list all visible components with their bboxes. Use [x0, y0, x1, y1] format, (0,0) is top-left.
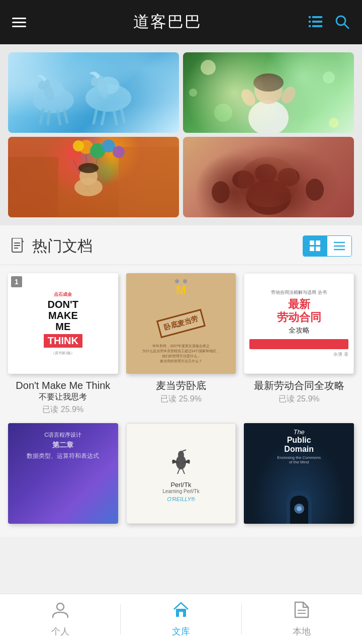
docs-header-left: 热门文档	[10, 236, 93, 257]
book-2-stamp: 卧底麦当劳	[156, 309, 206, 339]
svg-rect-78	[179, 612, 183, 617]
app-title: 道客巴巴	[133, 11, 202, 33]
nav-item-library[interactable]: 文库	[121, 594, 241, 644]
nav-item-personal[interactable]: 个人	[0, 594, 120, 644]
svg-rect-5	[312, 25, 322, 27]
book-title-2: 麦当劳卧底	[126, 379, 236, 392]
list-icon-button[interactable]	[309, 15, 323, 29]
svg-point-31	[323, 71, 335, 84]
book-1-dont: DON'TMAKEME	[12, 299, 114, 332]
book-5-publisher: O'REILLY®	[167, 496, 195, 502]
svg-point-51	[246, 180, 291, 215]
svg-line-71	[181, 450, 186, 452]
book-progress-1: 已读 25.9%	[8, 405, 118, 415]
book-badge: 1	[11, 276, 22, 287]
book-title-1: Don't Make Me Think	[8, 379, 118, 392]
docs-section: 热门文档 1	[0, 225, 362, 537]
book-cover-4: C语言程序设计 第二章 数据类型、运算符和表达式	[8, 423, 118, 524]
svg-line-11	[48, 111, 50, 124]
svg-line-12	[58, 111, 60, 124]
book-item-1[interactable]: 1 点石成金 DON'TMAKEME THINK （原书第2版） Don't M…	[8, 273, 118, 415]
svg-line-7	[344, 24, 348, 28]
book-item-2[interactable]: M 卧底麦当劳 学年所得，2007年度英文原版合奖之为什么这当劳学员管辖员工超过…	[126, 273, 236, 415]
svg-line-73	[183, 469, 185, 474]
banner-girl-balloons[interactable]	[8, 137, 179, 217]
book-1-toptext: 点石成金	[12, 291, 114, 298]
book-cover-5: Perl/Tk Learning Perl/Tk O'REILLY®	[126, 423, 236, 524]
menu-button[interactable]	[12, 18, 26, 27]
banner-girl-green[interactable]	[183, 52, 354, 133]
docs-section-title: 热门文档	[32, 236, 93, 257]
svg-rect-36	[8, 157, 58, 217]
svg-rect-65	[316, 247, 320, 251]
svg-line-13	[64, 109, 67, 122]
book-4-chapter: 第二章	[12, 441, 114, 450]
book-subtitle-1: 不要让我思考	[8, 392, 118, 403]
book-cover-1: 1 点石成金 DON'TMAKEME THINK （原书第2版）	[8, 273, 118, 374]
person-icon	[52, 601, 69, 622]
book-cover-2: M 卧底麦当劳 学年所得，2007年度英文原版合奖之为什么这当劳学员管辖员工超过…	[126, 273, 236, 374]
svg-rect-2	[309, 21, 311, 23]
book-3-sub: 全攻略	[249, 326, 348, 335]
svg-point-34	[189, 89, 197, 97]
book-2-subtext: 学年所得，2007年度英文原版合奖之为什么这当劳学员管辖员工超过14个国家和地区…	[126, 344, 236, 364]
svg-rect-24	[183, 52, 354, 133]
svg-line-72	[177, 469, 179, 474]
banner-horses[interactable]	[8, 52, 179, 133]
book-4-data: 数据类型、运算符和表达式	[12, 452, 114, 460]
view-toggle	[303, 235, 352, 257]
list-view-button[interactable]	[327, 236, 351, 256]
svg-point-75	[297, 506, 302, 511]
svg-point-29	[279, 84, 299, 106]
book-5-bird-wrap	[168, 445, 194, 477]
book-1-edition: （原书第2版）	[12, 351, 114, 356]
book-cover-3: 劳动合同法精解与适用 丛书 最新劳动合同 全攻略 余潘 著	[244, 273, 354, 374]
header-icons	[309, 15, 350, 30]
svg-point-55	[238, 157, 299, 207]
svg-point-70	[178, 451, 184, 459]
nav-label-library: 文库	[172, 625, 190, 637]
banner-cat-paws[interactable]	[183, 137, 354, 217]
book-title-3: 最新劳动合同全攻略	[244, 379, 354, 392]
svg-point-33	[329, 118, 339, 128]
book-6-public: Public	[244, 436, 354, 445]
book-3-author: 余潘 著	[249, 351, 348, 358]
svg-point-54	[278, 168, 300, 186]
svg-rect-4	[309, 25, 311, 27]
svg-line-18	[94, 109, 97, 123]
svg-rect-0	[309, 16, 311, 18]
svg-rect-1	[312, 16, 322, 18]
bottom-nav: 个人 文库 本地	[0, 594, 362, 644]
book-2-logo: M	[176, 283, 186, 297]
svg-point-43	[73, 140, 84, 151]
nav-label-personal: 个人	[51, 625, 69, 637]
nav-item-local[interactable]: 本地	[242, 594, 362, 644]
svg-rect-3	[312, 21, 322, 23]
books-grid: 1 点石成金 DON'TMAKEME THINK （原书第2版） Don't M…	[0, 265, 362, 537]
svg-point-28	[239, 87, 258, 108]
svg-point-42	[113, 146, 125, 158]
grid-view-button[interactable]	[303, 236, 327, 256]
book-5-title-text: Perl/Tk	[170, 481, 191, 489]
book-3-series: 劳动合同法精解与适用 丛书	[249, 289, 348, 296]
svg-point-76	[57, 603, 64, 610]
book-cover-6: The Public Domain Enclosing the Commonso…	[244, 423, 354, 524]
svg-rect-50	[183, 137, 354, 217]
docs-header: 热门文档	[0, 225, 362, 265]
book-item-3[interactable]: 劳动合同法精解与适用 丛书 最新劳动合同 全攻略 余潘 著 最新劳动合同全攻略 …	[244, 273, 354, 415]
home-icon	[172, 601, 190, 622]
svg-line-19	[102, 111, 105, 124]
search-icon-button[interactable]	[335, 15, 350, 30]
book-1-content: 点石成金 DON'TMAKEME THINK （原书第2版）	[12, 291, 114, 356]
book-6-title-area: The Public Domain Enclosing the Commonso…	[244, 428, 354, 464]
book-4-text: C语言程序设计	[12, 431, 114, 439]
svg-point-57	[306, 179, 324, 201]
svg-point-26	[254, 76, 283, 104]
book-3-bar	[249, 339, 348, 349]
book-item-6[interactable]: The Public Domain Enclosing the Commonso…	[244, 423, 354, 529]
book-item-5[interactable]: Perl/Tk Learning Perl/Tk O'REILLY®	[126, 423, 236, 529]
book-item-4[interactable]: C语言程序设计 第二章 数据类型、运算符和表达式	[8, 423, 118, 529]
nav-label-local: 本地	[293, 625, 311, 637]
book-6-domain: Domain	[244, 445, 354, 454]
svg-point-53	[255, 164, 277, 182]
